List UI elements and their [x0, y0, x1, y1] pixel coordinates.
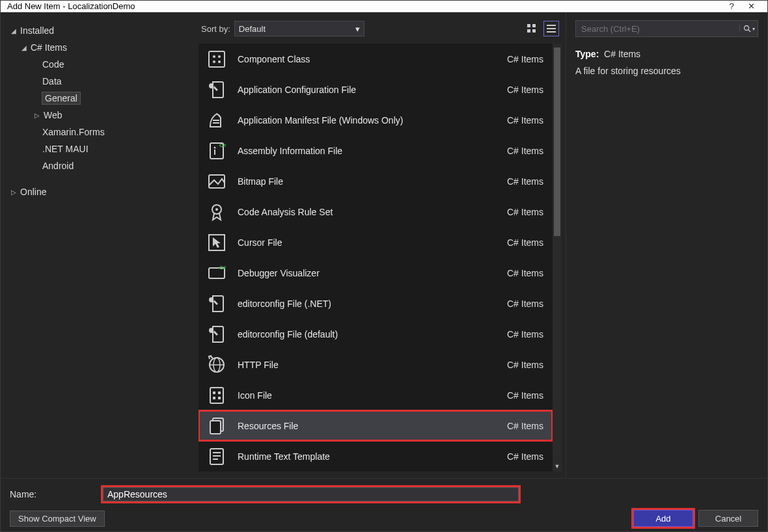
manifest-icon: [205, 109, 228, 132]
tree-item-csharp[interactable]: ◢ C# Items: [10, 39, 189, 56]
svg-line-8: [748, 30, 750, 32]
bitmap-icon: [205, 170, 228, 193]
template-category: C# Items: [507, 176, 543, 187]
details-pane: ▾ Type: C# Items A file for storing reso…: [566, 12, 767, 478]
svg-rect-2: [527, 29, 530, 33]
template-category: C# Items: [507, 115, 543, 126]
sort-bar: Sort by: Default ▾: [199, 19, 562, 38]
wrench-page-icon: [205, 292, 228, 315]
template-row[interactable]: Component ClassC# Items: [199, 44, 553, 74]
template-name: Runtime Text Template: [238, 451, 498, 462]
template-name: editorconfig File (.NET): [238, 299, 498, 309]
template-row[interactable]: editorconfig File (.NET)C# Items: [199, 288, 553, 319]
sort-dropdown[interactable]: Default ▾: [234, 21, 364, 36]
wrench-page-icon: [205, 323, 228, 346]
tree-item-code[interactable]: Code: [10, 56, 189, 73]
template-name: Bitmap File: [238, 176, 498, 187]
template-name: Debugger Visualizer: [238, 268, 498, 278]
template-row[interactable]: Cursor FileC# Items: [199, 227, 553, 258]
search-icon[interactable]: ▾: [739, 25, 758, 33]
cancel-button[interactable]: Cancel: [698, 510, 758, 527]
icon-file-icon: [205, 384, 228, 407]
search-box[interactable]: ▾: [575, 20, 758, 37]
template-row[interactable]: Runtime Text TemplateC# Items: [199, 441, 553, 472]
globe-icon: [205, 353, 228, 377]
tree-item-xamarin[interactable]: Xamarin.Forms: [10, 124, 189, 140]
close-button[interactable]: ✕: [741, 1, 761, 11]
svg-rect-1: [532, 24, 536, 27]
template-name: Assembly Information File: [238, 146, 498, 156]
text-page-icon: [205, 445, 228, 468]
cursor-icon: [205, 231, 228, 254]
template-category: C# Items: [507, 360, 543, 370]
template-row[interactable]: HTTP FileC# Items: [199, 349, 553, 380]
triangle-right-icon: ▷: [10, 189, 18, 196]
name-row: Name:: [10, 485, 758, 503]
template-name: HTTP File: [238, 360, 498, 370]
template-list-pane: Sort by: Default ▾ Component ClassC# Ite…: [196, 12, 566, 478]
bottom-bar: Name: Show Compact View Add Cancel: [1, 478, 767, 531]
button-row: Show Compact View Add Cancel: [10, 510, 758, 527]
sort-label: Sort by:: [199, 24, 230, 34]
view-tiles-button[interactable]: [524, 21, 540, 36]
svg-rect-3: [532, 29, 536, 33]
compact-view-button[interactable]: Show Compact View: [10, 511, 105, 527]
search-input[interactable]: [576, 24, 739, 34]
template-category: C# Items: [507, 268, 543, 278]
template-list-wrap: Component ClassC# ItemsApplication Confi…: [199, 44, 562, 472]
template-row[interactable]: Bitmap FileC# Items: [199, 166, 553, 196]
svg-rect-4: [547, 25, 556, 26]
svg-point-7: [744, 26, 748, 31]
tree-item-general[interactable]: General: [10, 90, 189, 107]
template-row[interactable]: Debugger VisualizerC# Items: [199, 258, 553, 288]
add-button[interactable]: Add: [633, 510, 693, 527]
triangle-down-icon: ◢: [10, 27, 18, 34]
template-category: C# Items: [507, 146, 543, 156]
template-category: C# Items: [507, 299, 543, 309]
template-row[interactable]: Application Manifest File (Windows Only)…: [199, 105, 553, 135]
template-name: Resources File: [238, 421, 498, 431]
tree-item-web[interactable]: ▷ Web: [10, 107, 189, 124]
tree-item-online[interactable]: ▷ Online: [10, 183, 189, 200]
view-list-button[interactable]: [543, 21, 559, 36]
template-row[interactable]: Application Configuration FileC# Items: [199, 74, 553, 105]
template-name: Cursor File: [238, 237, 498, 248]
template-name: Component Class: [238, 54, 498, 64]
window-title: Add New Item - LocalizationDemo: [7, 1, 722, 11]
help-button[interactable]: ?: [722, 1, 741, 11]
debug-cs-icon: [205, 261, 228, 285]
info-cs-icon: [205, 139, 228, 163]
template-row[interactable]: Code Analysis Rule SetC# Items: [199, 196, 553, 227]
scroll-down-icon[interactable]: ▼: [553, 462, 562, 472]
svg-rect-6: [547, 31, 556, 33]
template-name: Application Manifest File (Windows Only): [238, 115, 498, 126]
template-category: C# Items: [507, 54, 543, 64]
template-category: C# Items: [507, 329, 543, 339]
name-label: Name:: [10, 489, 88, 499]
scrollbar[interactable]: ▲ ▼: [553, 44, 562, 472]
template-name: editorconfig File (default): [238, 329, 498, 339]
svg-rect-5: [547, 28, 556, 29]
triangle-right-icon: ▷: [33, 112, 41, 119]
type-line: Type: C# Items: [575, 49, 758, 59]
template-list[interactable]: Component ClassC# ItemsApplication Confi…: [199, 44, 553, 472]
name-input[interactable]: [103, 487, 519, 501]
svg-rect-0: [527, 24, 530, 27]
scrollbar-thumb[interactable]: [554, 47, 560, 236]
template-row[interactable]: editorconfig File (default)C# Items: [199, 319, 553, 349]
description-text: A file for storing resources: [575, 66, 758, 76]
tree-item-netmaui[interactable]: .NET MAUI: [10, 140, 189, 157]
template-row[interactable]: Resources FileC# Items: [199, 410, 553, 441]
template-name: Application Configuration File: [238, 85, 498, 95]
content-area: ◢ Installed ◢ C# Items Code Data General…: [1, 12, 767, 478]
template-row[interactable]: Assembly Information FileC# Items: [199, 135, 553, 166]
template-row[interactable]: Icon FileC# Items: [199, 380, 553, 410]
tree-item-installed[interactable]: ◢ Installed: [10, 22, 189, 39]
tree-item-data[interactable]: Data: [10, 73, 189, 90]
template-category: C# Items: [507, 237, 543, 248]
component-icon: [205, 47, 228, 71]
chevron-down-icon: ▾: [355, 24, 360, 34]
template-category: C# Items: [507, 390, 543, 401]
tree-item-android[interactable]: Android: [10, 157, 189, 174]
category-tree: ◢ Installed ◢ C# Items Code Data General…: [1, 12, 196, 478]
